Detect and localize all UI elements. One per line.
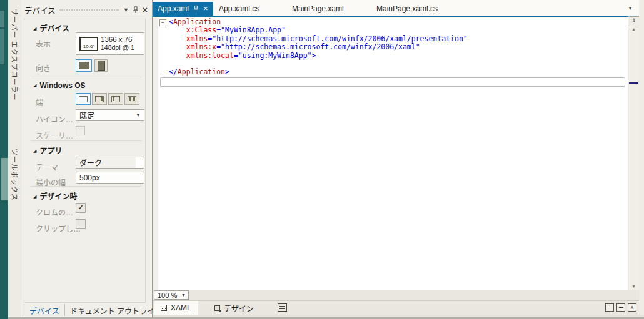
vertical-split-button[interactable] (605, 303, 614, 312)
snap-left-button[interactable] (108, 93, 123, 105)
display-label: 表示 (36, 38, 51, 49)
xaml-view-icon (161, 305, 167, 311)
device-panel-content: ◢デバイス 表示 10.6" 1366 x 76 148dpi @ 1 向き (24, 19, 146, 303)
document-tab-strip: App.xaml × App.xaml.cs MainPage.xaml Mai… (153, 0, 639, 16)
orientation-landscape-button[interactable] (76, 59, 92, 72)
code-line[interactable]: xmlns:local="using:MyWin8App"> (158, 52, 628, 60)
expander-icon: ◢ (33, 194, 36, 199)
chrome-checkbox[interactable]: ✓ (76, 203, 86, 213)
code-line[interactable]: </Application> (158, 68, 628, 76)
separator (31, 140, 141, 141)
pin-icon[interactable] (193, 5, 199, 12)
sidebar-tab-server-explorer[interactable]: サーバー エクスプローラー (9, 9, 20, 145)
code-line[interactable]: xmlns:x="http://schemas.microsoft.com/wi… (158, 43, 628, 51)
split-view-button[interactable] (278, 303, 287, 312)
horizontal-split-button[interactable] (616, 303, 625, 312)
theme-select[interactable]: ダーク (76, 157, 144, 169)
vertical-scrollbar[interactable]: ⇕ ▲ ▼ (628, 17, 639, 290)
theme-label: テーマ (36, 162, 58, 172)
monitor-icon: 10.6" (79, 37, 98, 51)
snap-right-icon (95, 96, 104, 102)
tab-list-chevron-down-icon[interactable]: ▼ (628, 6, 633, 11)
edge-label: 端 (36, 97, 43, 107)
pin-icon[interactable] (133, 6, 139, 14)
background-window-fragment (0, 11, 4, 27)
code-line[interactable]: <Application (158, 18, 628, 26)
doc-tab-app-xaml[interactable]: App.xaml × (153, 2, 213, 16)
code-line[interactable]: x:Class="MyWin8App.App" (158, 26, 628, 34)
chrome-label: クロムの… (36, 207, 73, 217)
doc-tab-app-xaml-cs[interactable]: App.xaml.cs (219, 2, 259, 16)
min-width-input[interactable]: 500px (76, 172, 144, 184)
expander-icon: ◢ (33, 83, 36, 87)
window-right-edge (639, 0, 644, 319)
orientation-portrait-button[interactable] (94, 59, 108, 72)
indicator-margin (153, 17, 158, 290)
display-resolution: 1366 x 76 (101, 36, 133, 43)
panel-title: デバイス (24, 4, 56, 16)
min-width-value: 500px (79, 174, 100, 182)
display-dpi: 148dpi @ 1 (101, 44, 134, 51)
zoom-select[interactable]: 100 % ▼ (154, 290, 189, 300)
snap-split-button[interactable] (124, 93, 139, 105)
clip-checkbox[interactable] (76, 219, 86, 229)
expander-icon: ◢ (33, 149, 36, 153)
high-contrast-select[interactable]: 既定 ▼ (76, 109, 144, 121)
device-panel: デバイス ▼ × ◢デバイス 表示 10.6" 1366 x 76 148dpi… (21, 0, 153, 319)
doc-tab-mainpage-xaml-cs[interactable]: MainPage.xaml.cs (376, 2, 438, 16)
close-icon[interactable]: × (143, 7, 148, 14)
editor-area: App.xaml × App.xaml.cs MainPage.xaml Mai… (153, 0, 644, 319)
section-header-app[interactable]: ◢アプリ (33, 145, 62, 155)
chevron-down-icon: ▼ (136, 112, 141, 118)
code-line[interactable]: xmlns="http://schemas.microsoft.com/winf… (158, 35, 628, 43)
zoom-value: 100 % (158, 292, 177, 299)
clip-label: クリップし… (36, 223, 81, 233)
orientation-label: 向き (36, 62, 51, 73)
device-panel-header: デバイス ▼ × (24, 4, 148, 16)
scroll-up-icon[interactable]: ▲ (628, 27, 639, 31)
zoom-bar: 100 % ▼ (153, 290, 639, 301)
snap-full-button[interactable] (76, 93, 91, 105)
snap-full-icon (79, 96, 88, 102)
pane-layout-buttons: ∧ (605, 303, 636, 312)
current-line-highlight (160, 77, 625, 87)
expander-icon: ◢ (33, 26, 36, 31)
section-header-windows-os[interactable]: ◢Windows OS (33, 81, 86, 90)
close-icon[interactable]: × (203, 5, 208, 12)
separator (31, 186, 141, 187)
section-header-device[interactable]: ◢デバイス (33, 22, 69, 33)
code-editor[interactable]: − <Application x:Class="MyWin8App.App" x… (153, 17, 628, 290)
separator (31, 77, 141, 77)
panel-drag-texture[interactable] (59, 9, 119, 13)
collapse-pane-icon: ∧ (630, 305, 634, 310)
doc-tab-mainpage-xaml[interactable]: MainPage.xaml (292, 2, 344, 16)
tab-xaml-view[interactable]: XAML (154, 301, 198, 315)
scaling-label: スケーリ… (36, 130, 73, 140)
display-combobox[interactable]: 10.6" 1366 x 76 148dpi @ 1 (76, 32, 144, 55)
editor-splitter-handle[interactable]: ⇕ (628, 16, 640, 26)
visual-studio-window: サーバー エクスプローラー ツールボックス デバイス ▼ × ◢デバイス 表示 … (0, 0, 644, 319)
scaling-checkbox[interactable] (76, 126, 85, 135)
snap-right-button[interactable] (92, 93, 107, 105)
portrait-icon (98, 61, 105, 71)
monitor-size-label: 10.6" (83, 44, 94, 50)
sidebar-tab-toolbox[interactable]: ツールボックス (9, 149, 20, 211)
snap-split-icon (128, 96, 136, 102)
panel-tab-device[interactable]: デバイス (24, 304, 65, 316)
tab-design-view[interactable]: デザイン (208, 301, 261, 315)
section-header-design-time[interactable]: ◢デザイン時 (33, 190, 77, 201)
design-view-icon (214, 305, 220, 311)
panel-menu-caret-icon[interactable]: ▼ (123, 7, 129, 13)
horizontal-split-icon (619, 307, 623, 308)
desktop-edge-strip (0, 0, 8, 319)
background-window-fragment (1, 158, 8, 200)
caret-position-marker (629, 82, 638, 84)
doc-tab-label: App.xaml (158, 4, 189, 13)
scroll-down-icon[interactable]: ▼ (628, 284, 639, 288)
snap-left-icon (111, 96, 120, 102)
code-lines: <Application x:Class="MyWin8App.App" xml… (158, 18, 628, 77)
collapse-pane-button[interactable]: ∧ (628, 303, 636, 312)
autohide-tab-rail: サーバー エクスプローラー ツールボックス (8, 0, 22, 319)
code-line[interactable] (158, 60, 628, 68)
chevron-down-icon: ▼ (181, 293, 186, 297)
